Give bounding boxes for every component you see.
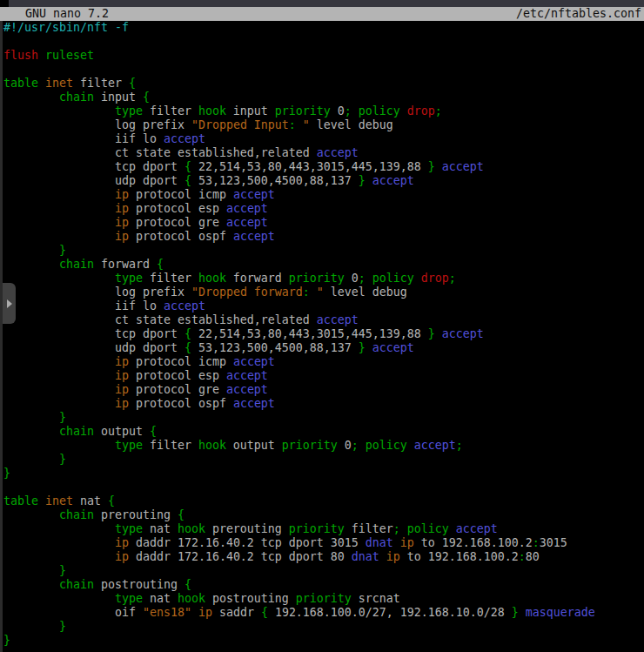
code-token: [519, 606, 526, 619]
code-token: ip: [115, 355, 129, 368]
code-token: accept: [164, 132, 205, 145]
code-token: protocol ospf: [129, 397, 233, 410]
code-token: nat: [143, 592, 178, 605]
code-token: to 192.168.100.2: [400, 550, 519, 563]
code-token: [3, 104, 115, 118]
code-token: 53,123,500,4500,88,137: [191, 174, 359, 187]
code-token: accept: [442, 327, 484, 340]
code-token: chain: [59, 508, 94, 521]
editor-line: ip daddr 172.16.40.2 tcp dport 80 dnat i…: [0, 550, 644, 564]
code-token: [3, 369, 115, 382]
code-token: ": [296, 118, 310, 131]
code-token: forward: [94, 258, 157, 271]
code-token: output: [94, 425, 150, 438]
code-token: masquerade: [526, 606, 595, 619]
code-token: [3, 550, 115, 563]
window-top-notch: [0, 0, 9, 7]
code-token: ct state established,related: [3, 313, 317, 326]
code-token: priority: [282, 439, 338, 452]
code-token: {: [184, 578, 191, 591]
code-token: udp dport: [3, 341, 184, 354]
editor-line: type nat hook postrouting priority srcna…: [0, 592, 644, 606]
code-token: }: [359, 341, 366, 354]
editor-line: ip protocol gre accept: [0, 383, 644, 397]
code-token: protocol ospf: [129, 230, 233, 243]
code-token: policy: [407, 522, 449, 535]
editor-line: }: [0, 453, 644, 467]
code-token: [3, 355, 115, 368]
editor-line: table inet nat {: [0, 494, 644, 508]
editor-line: chain forward {: [0, 258, 644, 272]
code-token: accept: [233, 397, 275, 410]
code-token: 3015: [540, 536, 567, 549]
code-token: accept: [233, 188, 275, 201]
editor-line: chain postrouting {: [0, 578, 644, 592]
code-token: input: [226, 104, 275, 118]
editor-line: ip protocol esp accept: [0, 202, 644, 216]
code-token: ;: [449, 272, 456, 285]
editor-line: iif lo accept: [0, 132, 644, 146]
editor-line: [0, 35, 644, 49]
code-token: [3, 272, 115, 285]
code-token: [352, 104, 359, 118]
code-token: table: [3, 77, 38, 90]
editor-line: ip daddr 172.16.40.2 tcp dport 3015 dnat…: [0, 536, 644, 550]
control-panel-handle[interactable]: [3, 283, 16, 324]
code-token: inet: [45, 494, 73, 507]
code-token: filter: [73, 77, 129, 90]
editor-line: [0, 63, 644, 77]
code-token: accept: [233, 230, 275, 243]
code-token: [449, 522, 456, 535]
code-token: :: [303, 286, 310, 299]
code-token: dnat: [366, 536, 393, 549]
code-token: protocol gre: [129, 216, 226, 229]
code-token: ;: [345, 104, 352, 118]
code-token: 22,514,53,80,443,3015,445,139,88: [191, 160, 428, 173]
code-token: accept: [372, 174, 414, 187]
editor-line: ip protocol icmp accept: [0, 355, 644, 369]
code-token: type: [115, 104, 143, 118]
code-token: 0: [338, 439, 352, 452]
code-token: ;: [456, 439, 463, 452]
code-token: priority: [296, 592, 352, 605]
code-token: }: [3, 634, 10, 647]
code-token: :: [533, 536, 540, 549]
code-token: chain: [59, 425, 94, 438]
code-token: priority: [289, 272, 345, 285]
file-path: /etc/nftables.conf: [516, 7, 641, 21]
code-token: chain: [59, 578, 94, 591]
code-token: nat: [143, 522, 178, 535]
code-token: srcnat: [352, 592, 400, 605]
code-token: [3, 578, 59, 591]
code-token: accept: [442, 160, 484, 173]
editor-line: flush ruleset: [0, 49, 644, 63]
code-token: daddr 172.16.40.2 tcp dport 3015: [129, 536, 366, 549]
code-token: {: [184, 174, 191, 187]
code-token: 0: [331, 104, 345, 118]
code-token: 80: [526, 550, 540, 563]
code-token: ;: [359, 272, 366, 285]
code-token: [191, 606, 198, 619]
terminal-text-area[interactable]: #!/usr/sbin/nft -fflush rulesettable ine…: [0, 21, 644, 648]
code-token: protocol esp: [129, 369, 226, 382]
code-token: [3, 453, 59, 466]
code-token: type: [115, 439, 143, 452]
editor-line: tcp dport { 22,514,53,80,443,3015,445,13…: [0, 327, 644, 341]
code-token: ;: [352, 439, 359, 452]
code-token: ip: [198, 606, 212, 619]
code-token: 192.168.100.0/27, 192.168.10.0/28: [268, 606, 512, 619]
editor-line: udp dport { 53,123,500,4500,88,137 } acc…: [0, 174, 644, 188]
code-token: type: [115, 592, 143, 605]
code-token: ;: [435, 104, 442, 118]
code-token: "Dropped Input: [191, 118, 289, 131]
code-token: prerouting: [94, 508, 178, 521]
code-token: protocol esp: [129, 202, 226, 215]
code-token: ip: [115, 230, 129, 243]
editor-line: type filter hook forward priority 0; pol…: [0, 272, 644, 286]
code-token: accept: [317, 146, 359, 159]
editor-line: udp dport { 53,123,500,4500,88,137 } acc…: [0, 341, 644, 355]
code-token: postrouting: [205, 592, 296, 605]
editor-line: type nat hook prerouting priority filter…: [0, 522, 644, 536]
code-token: {: [184, 327, 191, 340]
code-token: oif: [3, 606, 143, 619]
